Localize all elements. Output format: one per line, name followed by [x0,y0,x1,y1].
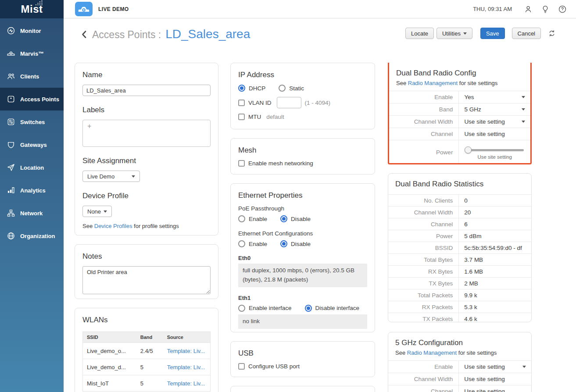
save-button[interactable]: Save [480,28,505,39]
network-icon [7,209,15,217]
monitor-icon [7,26,15,35]
sidebar-item-analytics[interactable]: Analytics [0,179,64,202]
mesh-title: Mesh [238,146,367,155]
device-profiles-link[interactable]: Device Profiles [94,223,132,229]
wlans-col-ssid: SSID [83,332,136,342]
main-content: Name Labels + Site Assignment Live Demo … [75,63,576,392]
sidebar-item-switches[interactable]: Switches [0,110,64,133]
sidebar-item-marvis[interactable]: Marvis™ [0,42,64,65]
usb-card: USB Configure USB port [230,341,375,377]
site-assignment-label: Site Assignment [82,157,211,165]
enable-select[interactable]: Yes [459,91,530,103]
ip-address-title: IP Address [238,71,367,79]
name-label: Name [82,71,211,79]
radio-management-link[interactable]: Radio Management [408,80,458,86]
refresh-icon[interactable] [548,30,555,37]
ghz5-row-channel-width: Channel Width Use site setting [388,373,531,385]
stat-row: BSSID5c:5b:35:54:59:d0 - df [388,242,531,253]
stat-row: Power5 dBm [388,230,531,242]
identity-card: Name Labels + Site Assignment Live Demo … [75,63,218,235]
channel-width-select[interactable]: Use site setting [459,116,530,128]
help-icon[interactable] [558,5,567,14]
eth1-enable-radio[interactable] [238,305,245,312]
power-slider-caption: Use site setting [464,154,525,160]
port-enable-radio[interactable] [238,240,245,247]
sidebar-item-clients[interactable]: Clients [0,65,64,88]
port-disable-radio[interactable] [280,240,287,247]
notes-textarea[interactable]: Old Printer area [82,266,211,294]
wlan-template-link[interactable]: Template: Liv... [167,364,205,371]
name-input[interactable] [82,85,211,96]
eth1-disable-radio[interactable] [305,305,312,312]
sidebar-item-access-points[interactable]: Access Points [0,88,64,110]
sidebar-item-network[interactable]: Network [0,202,64,225]
ip-address-card: IP Address DHCP Static VLAN ID (1 - 4094… [230,63,375,129]
static-radio[interactable] [279,85,286,92]
org-icon [75,2,93,16]
org-selector[interactable]: LIVE DEMO [75,2,129,16]
dhcp-radio[interactable] [238,85,245,92]
locate-button[interactable]: Locate [405,28,434,39]
power-slider[interactable] [465,146,525,153]
chevron-down-icon [522,121,525,123]
whats-new-icon[interactable] [541,5,550,14]
stat-row: Total Packets9.9 k [388,289,531,301]
wlans-card: WLANs SSID Band Source Live_demo_o... 2.… [75,308,218,392]
eth-port-config-label: Ethernet Port Configurations [238,230,367,237]
sidebar: Mist Monitor Marvis™ Clients [0,0,64,392]
stat-row: RX Packets5.3 k [388,301,531,313]
poe-disable-radio[interactable] [280,215,287,222]
add-label-icon[interactable]: + [87,122,91,130]
mist-logo-dots [35,0,45,6]
sidebar-item-organization[interactable]: Organization [0,225,64,247]
chevron-down-icon [463,32,467,35]
ghz5-title: 5 GHz Configuration [395,339,524,347]
config-row-enable: Enable Yes [389,91,530,103]
wlans-col-source: Source [163,332,210,342]
vlan-id-input[interactable] [277,97,301,108]
ghz5-enable-select[interactable]: Use site setting [459,361,531,373]
sidebar-item-gateways[interactable]: Gateways [0,133,64,156]
dual-band-stats-title: Dual Band Radio Statistics [395,180,524,189]
poe-enable-radio[interactable] [238,215,245,222]
config-row-channel: Channel Use site setting [389,128,530,140]
marvis-icon [7,49,15,58]
ghz5-row-channel: Channel Use site setting [388,385,531,392]
back-icon[interactable] [81,30,87,39]
location-icon [7,163,15,172]
power-slider-handle[interactable] [465,146,472,153]
site-select[interactable]: Live Demo [82,171,140,182]
table-row: Live_demo_o... 2.4/5 Template: Liv... [83,342,210,359]
labels-label: Labels [82,106,211,114]
stat-row: TX Packets4.6 k [388,313,531,322]
breadcrumb[interactable]: Access Points : [92,29,161,41]
table-row: Mist_IoT 5 Template: Liv... [83,375,210,391]
stat-row: RX Bytes1.6 MB [388,265,531,277]
sidebar-item-monitor[interactable]: Monitor [0,19,64,42]
sidebar-item-location[interactable]: Location [0,156,64,179]
access-points-icon [7,95,15,103]
wlans-col-band: Band [136,332,163,342]
usb-checkbox[interactable] [238,363,245,370]
device-profile-select[interactable]: None [82,206,112,217]
wlan-template-link[interactable]: Template: Liv... [167,380,205,387]
mtu-checkbox[interactable] [238,114,245,120]
utilities-button[interactable]: Utilities [436,28,472,39]
ethernet-title: Ethernet Properties [238,191,367,200]
poe-label: PoE Passthrough [238,205,367,212]
mist-logo[interactable]: Mist [0,0,64,18]
eth1-label: Eth1 [238,295,367,301]
user-icon[interactable] [524,5,533,14]
chevron-down-icon [132,175,135,178]
wlan-template-link[interactable]: Template: Liv... [167,348,205,354]
cancel-button[interactable]: Cancel [512,28,541,39]
dual-band-radio-config-card: Dual Band Radio Config See Radio Managem… [388,63,532,164]
band-select[interactable]: 5 GHz [459,103,530,115]
labels-input[interactable]: + [82,120,211,147]
radio-management-link[interactable]: Radio Management [407,349,457,356]
top-bar: LIVE DEMO THU, 09:31 AM [64,0,576,18]
ethernet-card: Ethernet Properties PoE Passthrough Enab… [230,183,375,332]
partial-card [230,386,375,392]
mesh-checkbox[interactable] [238,160,245,167]
vlan-checkbox[interactable] [238,100,245,106]
